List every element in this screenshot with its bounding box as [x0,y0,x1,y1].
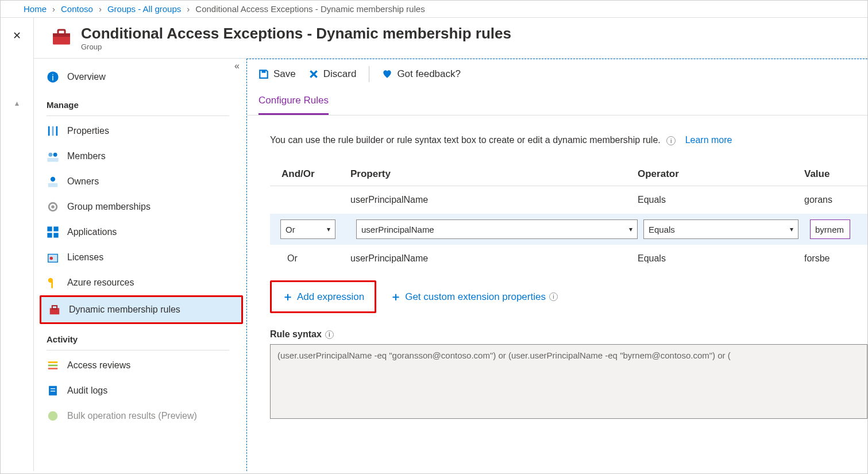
info-icon[interactable]: i [325,330,334,339]
operator-dropdown[interactable]: Equals▾ [643,219,798,239]
main-panel: Save Discard Got feedback? Configure Rul… [246,59,867,471]
sidebar-item-properties[interactable]: Properties [40,118,246,144]
svg-rect-24 [52,306,57,309]
col-value: Value [804,168,867,180]
learn-more-link[interactable]: Learn more [685,135,732,145]
left-gutter: ✕ ▲ [1,18,34,471]
save-label: Save [273,68,296,80]
svg-rect-6 [52,126,54,136]
cell-property: userPrincipalName [350,253,638,264]
cell-property: userPrincipalName [350,195,638,205]
bulk-icon [47,410,59,422]
breadcrumb-groups[interactable]: Groups - All groups [107,4,181,14]
rule-syntax-label: Rule syntax i [270,329,867,340]
apps-icon [47,226,59,238]
value-input[interactable]: byrnem [810,219,850,239]
page-title: Conditional Access Exceptions - Dynamic … [81,25,511,43]
info-icon: i [47,71,59,83]
breadcrumb-tenant[interactable]: Contoso [61,4,93,14]
sidebar-label: Members [67,151,106,161]
chevron-down-icon: ▾ [629,225,632,233]
sidebar-item-members[interactable]: Members [40,144,246,169]
info-icon[interactable]: i [549,292,558,301]
sidebar-item-access-reviews[interactable]: Access reviews [40,353,246,378]
sidebar-label: Group memberships [67,202,151,212]
sidebar-label: Owners [67,176,99,187]
intro-text: You can use the rule builder or rule syn… [270,135,867,145]
property-dropdown[interactable]: userPrincipalName▾ [356,219,638,239]
sidebar-label: Bulk operation results (Preview) [67,411,197,421]
cell-operator: Equals [638,195,804,205]
scroll-up-icon[interactable]: ▲ [14,99,21,107]
breadcrumb-home[interactable]: Home [24,4,47,14]
cell-value: forsbe [804,253,867,264]
gear-icon [47,201,59,213]
svg-rect-29 [51,388,55,389]
sidebar-item-overview[interactable]: i Overview [40,64,246,90]
sidebar-label: Properties [67,126,109,136]
rule-syntax-textbox[interactable]: (user.userPrincipalName -eq "goransson@c… [270,344,867,419]
add-expression-button[interactable]: ＋ Add expression [276,284,370,309]
info-icon[interactable]: i [666,136,676,145]
license-icon [47,251,59,264]
page-header: Conditional Access Exceptions - Dynamic … [34,18,867,59]
svg-rect-15 [47,226,52,231]
feedback-button[interactable]: Got feedback? [382,68,461,80]
sidebar-item-group-memberships[interactable]: Group memberships [40,194,246,219]
sidebar-item-applications[interactable]: Applications [40,219,246,245]
checklist-icon [47,359,59,372]
sidebar-nav: « i Overview Manage Properties Members [34,59,246,471]
discard-button[interactable]: Discard [308,68,357,80]
rule-table: And/Or Property Operator Value userPrinc… [270,163,867,272]
toolbox-icon [48,303,61,316]
svg-point-14 [51,205,55,209]
owners-icon [47,175,59,188]
andor-dropdown[interactable]: Or▾ [280,219,335,239]
sidebar-item-dynamic-rules[interactable]: Dynamic membership rules [41,297,241,322]
divider [369,66,369,82]
svg-point-31 [48,411,58,421]
save-button[interactable]: Save [259,68,296,80]
svg-rect-18 [53,233,58,237]
sidebar-item-owners[interactable]: Owners [40,169,246,194]
chevron-down-icon: ▾ [327,225,330,233]
svg-point-11 [51,177,55,182]
svg-rect-30 [51,391,55,391]
svg-rect-5 [48,126,50,136]
plus-icon: ＋ [390,289,402,305]
svg-rect-17 [47,233,52,237]
svg-point-8 [48,153,52,157]
chevron-right-icon: › [187,4,190,14]
x-icon [308,69,319,79]
chevron-right-icon: › [52,4,55,14]
heart-icon [382,69,392,79]
breadcrumb: Home › Contoso › Groups - All groups › C… [1,1,867,18]
sidebar-label: Applications [67,227,117,237]
briefcase-icon [51,28,72,45]
get-custom-properties-button[interactable]: ＋ Get custom extension properties i [384,284,564,309]
col-andor: And/Or [270,168,350,180]
close-icon[interactable]: ✕ [13,29,21,42]
sliders-icon [47,125,59,137]
cell-operator: Equals [638,253,804,264]
rule-row: userPrincipalName Equals gorans [270,186,867,214]
key-icon [47,276,59,289]
svg-rect-2 [58,30,65,34]
sidebar-section-manage: Manage [40,90,246,114]
table-header: And/Or Property Operator Value [270,163,867,186]
sidebar-section-activity: Activity [40,324,246,349]
feedback-label: Got feedback? [397,68,461,80]
sidebar-item-audit-logs[interactable]: Audit logs [40,378,246,403]
sidebar-item-bulk-results[interactable]: Bulk operation results (Preview) [40,403,246,429]
collapse-sidebar-icon[interactable]: « [234,61,240,71]
sidebar-label: Licenses [67,252,103,263]
cell-value: gorans [804,195,867,205]
tab-row: Configure Rules [247,89,867,115]
logs-icon [47,384,59,397]
svg-point-9 [53,153,57,157]
sidebar-label: Audit logs [67,386,107,396]
members-icon [47,150,59,163]
sidebar-item-licenses[interactable]: Licenses [40,245,246,270]
sidebar-item-azure-resources[interactable]: Azure resources [40,270,246,295]
tab-configure-rules[interactable]: Configure Rules [259,89,329,115]
